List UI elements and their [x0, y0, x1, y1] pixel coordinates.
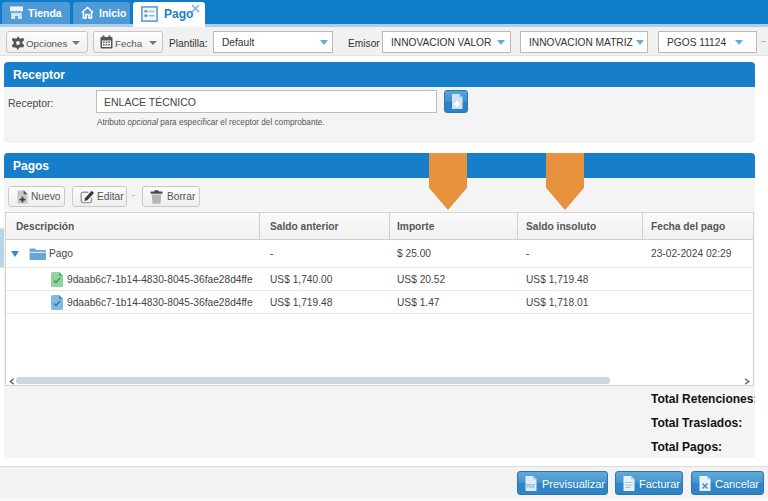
svg-text:PDF: PDF — [526, 484, 535, 489]
